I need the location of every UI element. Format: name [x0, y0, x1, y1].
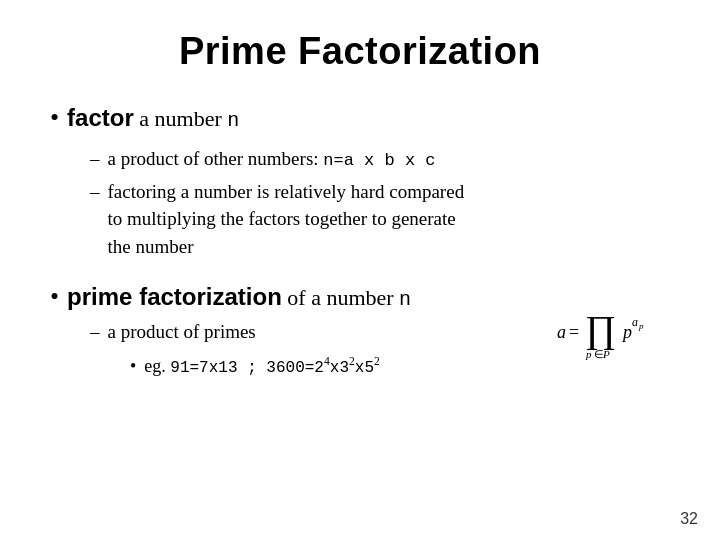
- svg-text:p: p: [585, 348, 592, 360]
- slide: Prime Factorization • factor a number n …: [0, 0, 720, 540]
- sub-text-2-line2: to multiplying the factors together to g…: [108, 208, 456, 229]
- sub-text-3: a product of primes: [108, 318, 256, 346]
- bullet-2-mono: n: [399, 288, 411, 311]
- sub-dash-1: –: [90, 145, 100, 173]
- bullet-1-text: factor a number n: [67, 101, 239, 135]
- sub-text-2-line3: the number: [108, 236, 194, 257]
- svg-text:P: P: [602, 348, 610, 360]
- bullet-2-suffix: of a number: [282, 285, 399, 310]
- sub-text-1-prefix: a product of other numbers:: [108, 148, 324, 169]
- sub-bullet-2: – factoring a number is relatively hard …: [90, 178, 670, 261]
- bullet-1-suffix: a number: [134, 106, 227, 131]
- sub-sub-text: eg. 91=7x13 ; 3600=24x32x52: [144, 354, 380, 379]
- svg-text:=: =: [569, 322, 579, 342]
- sub-bullets-2: – a product of primes • eg. 91=7x13 ; 36…: [90, 318, 550, 379]
- eg-mono1: 91=7x13 ; 3600=2: [170, 359, 324, 377]
- eg-mono3: x5: [355, 359, 374, 377]
- sub-text-1: a product of other numbers: n=a x b x c: [108, 145, 436, 174]
- eg-prefix: eg.: [144, 356, 170, 376]
- bottom-row: • prime factorization of a number n – a …: [50, 280, 670, 385]
- page-number: 32: [680, 510, 698, 528]
- slide-title: Prime Factorization: [50, 30, 670, 73]
- sub-text-1-mono: n=a x b x c: [323, 151, 435, 170]
- bullet-2-text: prime factorization of a number n: [67, 280, 411, 314]
- svg-text:a: a: [632, 315, 638, 329]
- sub-bullets-1: – a product of other numbers: n=a x b x …: [90, 145, 670, 260]
- sub-text-2: factoring a number is relatively hard co…: [108, 178, 465, 261]
- sub-dash-2: –: [90, 178, 100, 206]
- content-area: • factor a number n – a product of other…: [50, 101, 670, 510]
- formula-area: a = ∏ p ∈ P p a p: [550, 300, 670, 365]
- formula-svg: a = ∏ p ∈ P p a p: [555, 300, 665, 365]
- sub-text-2-line1: factoring a number is relatively hard co…: [108, 181, 465, 202]
- bullet-1: • factor a number n: [50, 101, 670, 135]
- sub-bullet-3: – a product of primes: [90, 318, 550, 346]
- sub-bullet-1: – a product of other numbers: n=a x b x …: [90, 145, 670, 174]
- bullet-2-bold: prime factorization: [67, 283, 282, 310]
- bullet-2-area: • prime factorization of a number n – a …: [50, 280, 550, 385]
- eg-sup3: 2: [374, 355, 380, 368]
- svg-text:∏: ∏: [585, 308, 616, 351]
- sub-dash-3: –: [90, 318, 100, 346]
- sub-sub-dot: •: [130, 354, 136, 379]
- bullet-1-mono: n: [227, 109, 239, 132]
- bullet-2-dot: •: [50, 280, 59, 314]
- svg-text:a: a: [557, 322, 566, 342]
- sub-sub-bullet-1: • eg. 91=7x13 ; 3600=24x32x52: [130, 354, 550, 379]
- svg-text:p: p: [621, 322, 632, 342]
- bullet-1-dot: •: [50, 101, 59, 135]
- bullet-1-bold: factor: [67, 104, 134, 131]
- svg-text:p: p: [638, 321, 644, 331]
- sub-sub-bullets: • eg. 91=7x13 ; 3600=24x32x52: [130, 354, 550, 379]
- eg-mono2: x3: [330, 359, 349, 377]
- bullet-2: • prime factorization of a number n: [50, 280, 550, 314]
